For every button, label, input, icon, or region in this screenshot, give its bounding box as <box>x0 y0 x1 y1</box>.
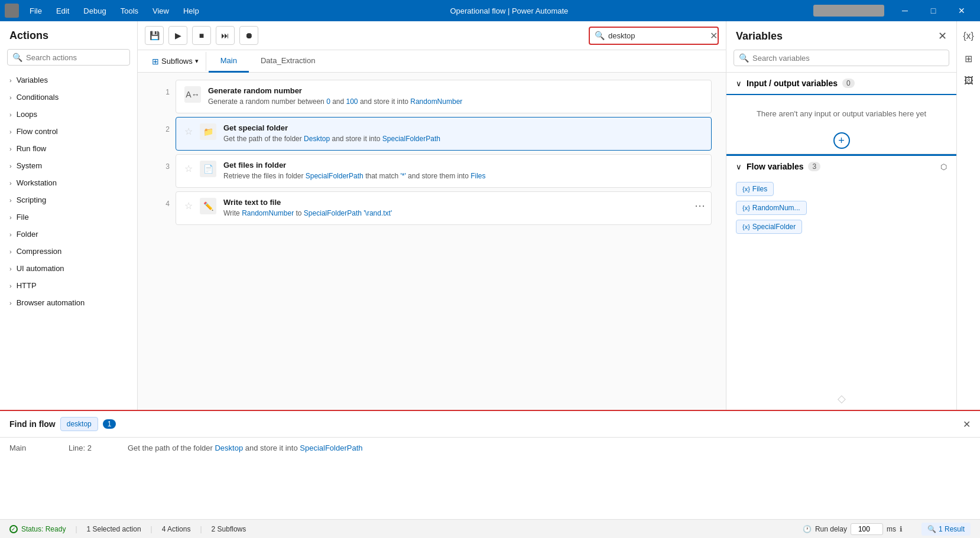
subflows-button[interactable]: ⊞ Subflows ▾ <box>145 52 206 71</box>
step-number-3: 3 <box>152 154 170 171</box>
var-bracket-icon-3: {x} <box>742 223 750 230</box>
step-star-4[interactable]: ☆ <box>184 198 193 211</box>
flow-vars-title: Flow variables <box>747 162 803 171</box>
window-controls: ─ □ ✕ <box>891 0 975 21</box>
action-group-loops[interactable]: ›Loops <box>0 106 137 123</box>
action-group-run-flow[interactable]: ›Run flow <box>0 140 137 157</box>
tab-main[interactable]: Main <box>209 50 249 73</box>
io-section-title: Input / output variables <box>747 79 838 88</box>
step-star-2[interactable]: ☆ <box>184 123 193 137</box>
run-button[interactable]: ▶ <box>168 26 187 45</box>
flow-vars-header[interactable]: ∨ Flow variables 3 ⬡ <box>726 154 956 177</box>
find-result-link[interactable]: Desktop <box>215 444 243 452</box>
io-section-body: There aren't any input or output variabl… <box>726 95 956 154</box>
next-step-button[interactable]: ⏭ <box>216 26 235 45</box>
step-desc-4: Write RandomNumber to SpecialFolderPath … <box>223 208 703 219</box>
search-flow-clear[interactable]: ✕ <box>710 30 718 41</box>
action-group-flow-control[interactable]: ›Flow control <box>0 123 137 140</box>
var-chip-randomnum[interactable]: {x} RandomNum... <box>736 201 807 215</box>
result-button[interactable]: 🔍 1 Result <box>921 523 971 536</box>
action-group-scripting[interactable]: ›Scripting <box>0 191 137 208</box>
find-result-location: Main <box>9 444 45 452</box>
run-delay-input[interactable] <box>851 523 883 535</box>
action-group-variables[interactable]: ›Variables <box>0 71 137 89</box>
step-content-4: Write text to file Write RandomNumber to… <box>223 198 703 219</box>
add-io-variable-container: + <box>736 132 947 149</box>
titlebar-menu: File Edit Debug Tools View Help <box>24 4 205 18</box>
io-empty-text: There aren't any input or output variabl… <box>736 100 947 128</box>
add-io-variable-button[interactable]: + <box>833 132 850 149</box>
step-row-3: 3 ☆ 📄 Get files in folder Retrieve the f… <box>152 154 712 188</box>
io-chevron-icon: ∨ <box>736 79 742 88</box>
find-result-row[interactable]: Main Line: 2 Get the path of the folder … <box>0 438 980 458</box>
find-panel-close-button[interactable]: ✕ <box>963 419 971 430</box>
menu-help[interactable]: Help <box>177 4 205 18</box>
diamond-icon: ◇ <box>838 392 846 405</box>
menu-tools[interactable]: Tools <box>115 4 144 18</box>
step-number-2: 2 <box>152 117 170 133</box>
step-star-3[interactable]: ☆ <box>184 161 193 174</box>
variables-panel-toggle[interactable]: {x} <box>959 26 979 46</box>
step-card-2[interactable]: ☆ 📁 Get special folder Get the path of t… <box>176 117 712 151</box>
menu-debug[interactable]: Debug <box>77 4 112 18</box>
search-flow-input[interactable] <box>608 31 708 40</box>
step-card-3[interactable]: ☆ 📄 Get files in folder Retrieve the fil… <box>176 154 712 188</box>
action-group-conditionals[interactable]: ›Conditionals <box>0 89 137 106</box>
stop-button[interactable]: ■ <box>192 26 211 45</box>
menu-file[interactable]: File <box>24 4 48 18</box>
io-section-count: 0 <box>842 79 855 88</box>
search-actions-box: 🔍 <box>7 49 130 66</box>
record-button[interactable]: ⏺ <box>239 26 258 45</box>
minimize-button[interactable]: ─ <box>891 0 919 21</box>
flow-editor: 💾 ▶ ■ ⏭ ⏺ 🔍 ✕ ⊞ Subflows ▾ Main <box>138 21 726 410</box>
action-group-http[interactable]: ›HTTP <box>0 277 137 294</box>
find-result-var[interactable]: SpecialFolderPath <box>300 444 362 452</box>
menu-edit[interactable]: Edit <box>50 4 75 18</box>
io-section-header[interactable]: ∨ Input / output variables 0 <box>726 73 956 94</box>
close-button[interactable]: ✕ <box>948 0 975 21</box>
tab-data-extraction[interactable]: Data_Extraction <box>249 50 327 73</box>
action-group-workstation[interactable]: ›Workstation <box>0 174 137 191</box>
find-result-description: Get the path of the folder Desktop and s… <box>128 444 971 452</box>
step-content-3: Get files in folder Retrieve the files i… <box>223 161 703 181</box>
var-chip-files[interactable]: {x} Files <box>736 182 774 196</box>
search-flow-icon: 🔍 <box>595 31 605 40</box>
find-result-line: Line: 2 <box>69 444 104 452</box>
filter-icon[interactable]: ⬡ <box>940 162 947 171</box>
action-group-browser[interactable]: ›Browser automation <box>0 294 137 311</box>
step-title-2: Get special folder <box>223 123 703 132</box>
flow-steps: 1 A↔ Generate random number Generate a r… <box>138 73 726 410</box>
action-group-system[interactable]: ›System <box>0 157 137 174</box>
step-card-1[interactable]: A↔ Generate random number Generate a ran… <box>176 80 712 113</box>
app-body: Actions 🔍 ›Variables ›Conditionals ›Loop… <box>0 21 980 538</box>
variables-search-input[interactable] <box>752 54 944 63</box>
variables-close-button[interactable]: ✕ <box>938 30 947 43</box>
search-actions-input[interactable] <box>26 53 125 62</box>
step-desc-3: Retrieve the files in folder SpecialFold… <box>223 171 703 181</box>
main-area: Actions 🔍 ›Variables ›Conditionals ›Loop… <box>0 21 980 410</box>
run-delay-label: Run delay <box>815 525 847 533</box>
action-group-compression[interactable]: ›Compression <box>0 243 137 260</box>
step-title-4: Write text to file <box>223 198 703 207</box>
menu-view[interactable]: View <box>147 4 175 18</box>
step-more-button-4[interactable]: ⋯ <box>695 199 705 212</box>
step-card-4[interactable]: ☆ ✏️ Write text to file Write RandomNumb… <box>176 191 712 225</box>
image-icon[interactable]: 🖼 <box>959 71 979 91</box>
search-result-icon: 🔍 <box>927 525 936 533</box>
var-chip-specialfolder[interactable]: {x} SpecialFolder <box>736 220 802 234</box>
flow-variables-section: ∨ Flow variables 3 ⬡ {x} Files {x} Rando… <box>726 154 956 239</box>
step-number-1: 1 <box>152 80 170 96</box>
variables-panel: Variables ✕ 🔍 ∨ Input / output variables… <box>726 21 956 410</box>
clock-icon: 🕐 <box>803 525 812 533</box>
layers-icon[interactable]: ⊞ <box>959 48 979 69</box>
action-group-ui-automation[interactable]: ›UI automation <box>0 260 137 277</box>
actions-list: ›Variables ›Conditionals ›Loops ›Flow co… <box>0 71 137 410</box>
save-button[interactable]: 💾 <box>145 26 164 45</box>
step-icon-3: 📄 <box>200 161 216 177</box>
actions-panel: Actions 🔍 ›Variables ›Conditionals ›Loop… <box>0 21 138 410</box>
subflows-icon: ⊞ <box>152 57 159 66</box>
subflows-label: Subflows <box>161 57 193 66</box>
action-group-file[interactable]: ›File <box>0 208 137 226</box>
action-group-folder[interactable]: ›Folder <box>0 226 137 243</box>
maximize-button[interactable]: □ <box>920 0 947 21</box>
